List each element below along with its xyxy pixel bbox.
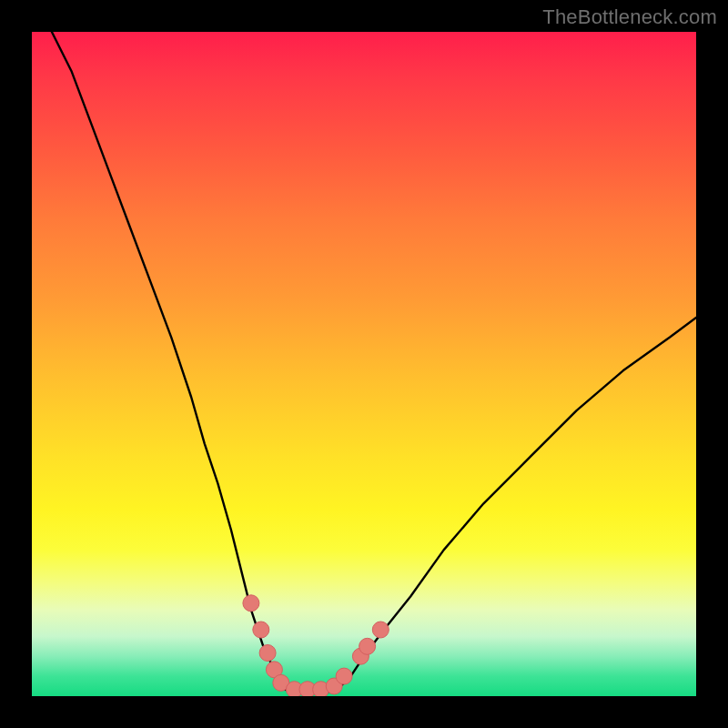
data-point (259, 645, 276, 662)
chart-svg (32, 32, 696, 696)
data-point (253, 622, 269, 638)
data-point (336, 668, 352, 684)
data-point (243, 595, 259, 612)
marker-group (243, 595, 389, 696)
data-point (359, 638, 376, 654)
curve-group (52, 32, 696, 693)
chart-frame: TheBottleneck.com (0, 0, 728, 728)
watermark-text: TheBottleneck.com (542, 5, 717, 29)
data-point (372, 622, 389, 638)
plot-area (32, 32, 696, 696)
bottleneck-curve (52, 32, 696, 693)
